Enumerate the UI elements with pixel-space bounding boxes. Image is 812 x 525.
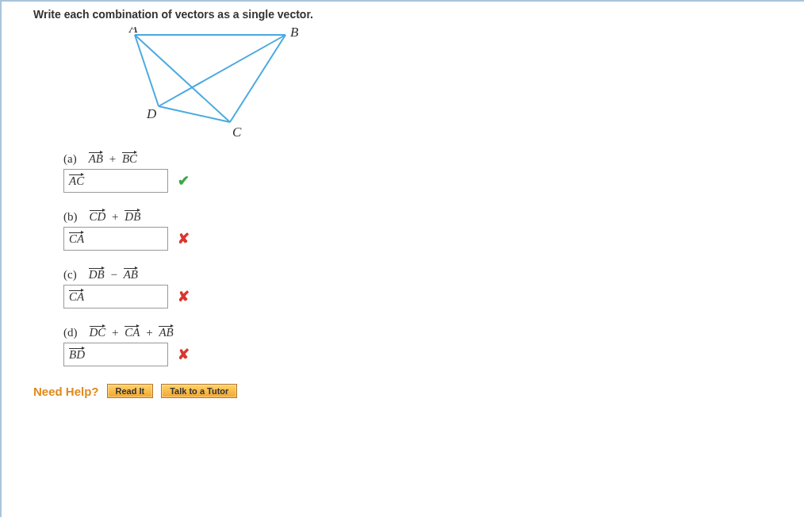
read-it-button[interactable]: Read It xyxy=(107,384,154,398)
question-panel: Write each combination of vectors as a s… xyxy=(0,0,804,517)
part-label: (a) xyxy=(63,152,77,165)
vector: DC xyxy=(90,326,106,339)
problem-a: (a) AB + BC AC ✔ xyxy=(63,152,804,193)
vector: CA xyxy=(124,326,140,339)
svg-line-1 xyxy=(230,35,285,122)
answer-input[interactable]: AC xyxy=(63,169,168,193)
vector: DB xyxy=(124,210,140,224)
operator: + xyxy=(106,152,119,165)
problem-b: (b) CD + DB CA ✘ xyxy=(63,210,804,251)
part-label: (b) xyxy=(63,210,78,223)
x-icon: ✘ xyxy=(178,230,190,247)
svg-line-5 xyxy=(159,35,285,106)
answer-input[interactable]: CA xyxy=(63,227,168,251)
svg-line-2 xyxy=(159,106,230,122)
x-icon: ✘ xyxy=(178,288,190,305)
vector: BC xyxy=(122,152,137,166)
operator: + xyxy=(109,326,121,339)
problem-c: (c) DB − AB CA ✘ xyxy=(63,268,804,308)
vector: DB xyxy=(89,268,105,282)
part-label: (c) xyxy=(63,268,77,281)
answer-input[interactable]: CA xyxy=(63,285,168,308)
vector: CD xyxy=(90,210,106,224)
talk-to-tutor-button[interactable]: Talk to a Tutor xyxy=(161,384,237,398)
help-row: Need Help? Read It Talk to a Tutor xyxy=(33,384,804,398)
problem-list: (a) AB + BC AC ✔ (b) CD + DB C xyxy=(63,152,804,366)
instruction-text: Write each combination of vectors as a s… xyxy=(33,8,804,21)
part-label: (d) xyxy=(63,326,78,339)
vertex-a-label: A xyxy=(128,27,138,36)
need-help-label: Need Help? xyxy=(33,385,99,398)
vertex-b-label: B xyxy=(290,27,299,40)
check-icon: ✔ xyxy=(178,172,190,190)
operator: + xyxy=(143,326,155,339)
vertex-d-label: D xyxy=(146,106,157,121)
operator: − xyxy=(107,268,120,281)
vertex-c-label: C xyxy=(232,125,242,140)
vector-diagram: A B C D xyxy=(103,27,804,144)
vector: AB xyxy=(124,268,138,282)
operator: + xyxy=(109,210,121,223)
problem-d: (d) DC + CA + AB BD ✘ xyxy=(63,326,804,366)
vector: AB xyxy=(89,152,103,166)
vector: AB xyxy=(159,326,173,339)
answer-input[interactable]: BD xyxy=(63,343,168,366)
x-icon: ✘ xyxy=(178,346,190,363)
